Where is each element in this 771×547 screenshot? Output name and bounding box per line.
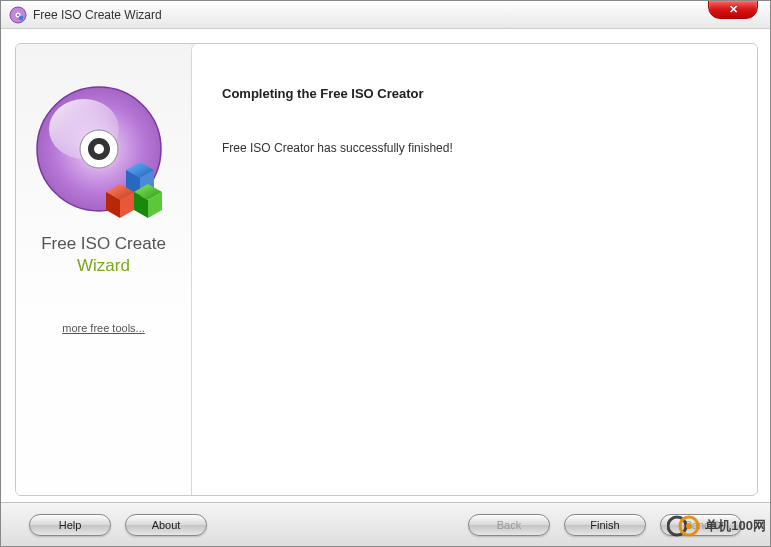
page-heading: Completing the Free ISO Creator [222,86,727,101]
svg-point-2 [17,13,19,15]
svg-point-8 [94,144,104,154]
content-frame: Free ISO Create Wizard more free tools..… [15,43,758,496]
finish-button[interactable]: Finish [564,514,646,536]
status-message: Free ISO Creator has successfully finish… [222,141,727,155]
close-icon: ✕ [729,3,738,16]
app-name-line1: Free ISO Create [41,234,166,254]
app-icon [9,6,27,24]
window-title: Free ISO Create Wizard [33,8,162,22]
footer: Help About Back Finish Cancel [1,502,770,546]
main-panel: Completing the Free ISO Creator Free ISO… [191,44,757,495]
help-button[interactable]: Help [29,514,111,536]
titlebar: Free ISO Create Wizard ✕ [1,1,770,29]
close-button[interactable]: ✕ [708,0,758,19]
body-area: Free ISO Create Wizard more free tools..… [1,29,770,502]
disc-logo [34,84,174,224]
sidebar: Free ISO Create Wizard more free tools..… [16,44,191,495]
back-button: Back [468,514,550,536]
more-tools-link[interactable]: more free tools... [62,322,145,334]
cancel-button: Cancel [660,514,742,536]
app-name-line2: Wizard [77,256,130,276]
about-button[interactable]: About [125,514,207,536]
